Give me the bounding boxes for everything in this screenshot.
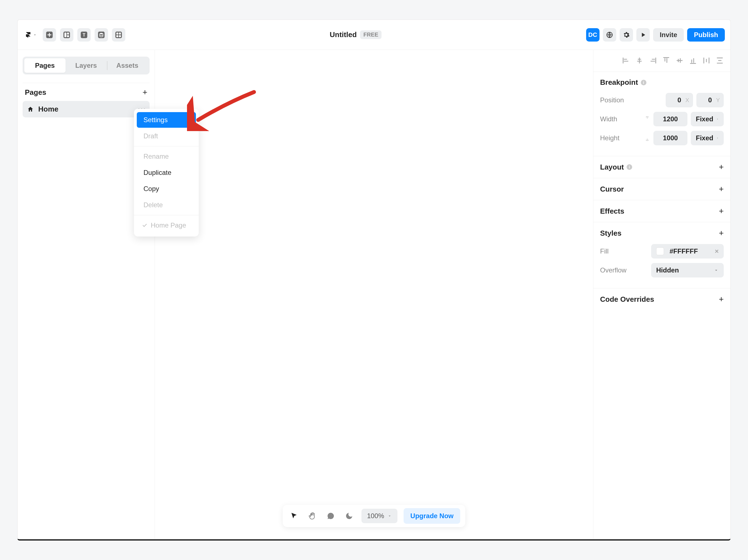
globe-button[interactable] <box>603 28 616 42</box>
ctx-copy[interactable]: Copy <box>137 181 196 197</box>
ctx-rename[interactable]: Rename <box>137 149 196 164</box>
user-avatar[interactable]: DC <box>586 28 600 42</box>
cms-tool-button[interactable] <box>95 28 108 42</box>
add-page-button[interactable]: + <box>142 88 147 97</box>
svg-text:T: T <box>83 32 86 37</box>
clear-fill-icon[interactable]: × <box>715 247 719 255</box>
width-mode-select[interactable]: Fixed <box>691 112 724 126</box>
chevron-down-icon <box>33 33 37 37</box>
code-overrides-title: Code Overrides <box>600 295 654 304</box>
dark-mode-button[interactable] <box>343 510 355 522</box>
comment-tool-button[interactable] <box>325 510 337 522</box>
components-tool-button[interactable] <box>112 28 125 42</box>
link-dimensions-icon[interactable] <box>645 135 650 141</box>
preview-button[interactable] <box>636 28 650 42</box>
ctx-delete[interactable]: Delete <box>137 197 196 213</box>
chevron-down-icon <box>716 117 719 122</box>
add-tool-button[interactable] <box>43 28 56 42</box>
align-center-h-icon[interactable] <box>635 57 643 65</box>
framer-menu-button[interactable] <box>23 28 39 42</box>
cursor-title: Cursor <box>600 185 624 194</box>
add-style-button[interactable]: + <box>719 228 724 238</box>
code-overrides-header: Code Overrides + <box>600 294 724 304</box>
align-right-icon[interactable] <box>649 57 657 65</box>
top-right-actions: DC Invite Publish <box>586 28 725 42</box>
layout-icon <box>63 31 71 39</box>
app-frame: T Untitled FREE DC Invite Pu <box>17 20 731 540</box>
align-top-icon[interactable] <box>662 57 670 65</box>
ctx-home-page[interactable]: Home Page <box>137 218 196 233</box>
position-x-input[interactable]: 0X <box>666 93 693 107</box>
cursor-header: Cursor + <box>600 184 724 194</box>
distribute-h-icon[interactable] <box>702 57 710 65</box>
add-cursor-button[interactable]: + <box>719 184 724 194</box>
add-effect-button[interactable]: + <box>719 206 724 216</box>
invite-button[interactable]: Invite <box>653 28 684 42</box>
info-icon[interactable]: i <box>627 164 632 170</box>
ctx-draft[interactable]: Draft <box>137 128 196 144</box>
ctx-settings[interactable]: Settings <box>137 112 196 128</box>
document-title[interactable]: Untitled <box>330 30 357 39</box>
svg-rect-4 <box>67 35 69 37</box>
position-y-input[interactable]: 0Y <box>696 93 724 107</box>
pages-section-title: Pages <box>25 88 46 97</box>
publish-button[interactable]: Publish <box>687 28 725 42</box>
settings-button[interactable] <box>620 28 633 42</box>
height-mode-select[interactable]: Fixed <box>691 131 724 145</box>
check-icon <box>142 223 147 228</box>
text-tool-button[interactable]: T <box>77 28 91 42</box>
height-input[interactable]: 1000 <box>653 131 687 145</box>
svg-rect-3 <box>67 32 69 34</box>
cursor-tool-button[interactable] <box>288 510 300 522</box>
hand-icon <box>308 512 317 520</box>
tab-layers[interactable]: Layers <box>66 58 107 73</box>
cursor-section: Cursor + <box>593 178 730 200</box>
width-input[interactable]: 1200 <box>653 112 687 126</box>
overflow-label: Overflow <box>600 266 636 274</box>
fill-input[interactable]: #FFFFFF × <box>651 244 724 259</box>
play-icon <box>639 31 647 39</box>
breakpoint-header: Breakpoint i <box>600 78 724 87</box>
database-icon <box>97 31 105 39</box>
position-label: Position <box>600 96 636 104</box>
layout-tool-button[interactable] <box>60 28 73 42</box>
plus-square-icon <box>46 31 53 39</box>
bottom-toolbar: 100% Upgrade Now <box>283 505 465 527</box>
align-center-v-icon[interactable] <box>676 57 683 65</box>
hand-tool-button[interactable] <box>306 510 319 522</box>
tab-pages[interactable]: Pages <box>24 58 66 73</box>
gear-icon <box>623 31 630 39</box>
width-label: Width <box>600 115 636 123</box>
grid-icon <box>115 31 122 39</box>
layout-title: Layout i <box>600 163 632 171</box>
align-bottom-icon[interactable] <box>689 57 697 65</box>
distribute-v-icon[interactable] <box>716 57 724 65</box>
position-row: Position 0X 0Y <box>600 93 724 107</box>
add-override-button[interactable]: + <box>719 294 724 304</box>
upgrade-button[interactable]: Upgrade Now <box>403 508 460 524</box>
align-left-icon[interactable] <box>622 57 630 65</box>
canvas[interactable] <box>155 50 593 539</box>
overflow-select[interactable]: Hidden <box>651 263 724 277</box>
framer-logo-icon <box>25 31 31 38</box>
code-overrides-section: Code Overrides + <box>593 288 730 310</box>
globe-icon <box>606 31 613 39</box>
zoom-control[interactable]: 100% <box>361 509 397 523</box>
chevron-down-icon <box>714 268 719 273</box>
styles-section: Styles + Fill #FFFFFF × Overflow <box>593 222 730 288</box>
page-item-home[interactable]: Home <box>23 101 149 117</box>
effects-section: Effects + <box>593 200 730 222</box>
pages-section-header: Pages + <box>23 83 149 101</box>
add-layout-button[interactable]: + <box>719 162 724 172</box>
effects-header: Effects + <box>600 206 724 216</box>
chevron-down-icon <box>716 136 719 141</box>
ctx-duplicate[interactable]: Duplicate <box>137 165 196 180</box>
cursor-icon <box>290 512 298 520</box>
right-panel: Breakpoint i Position 0X 0Y Width 1200 F… <box>593 50 730 539</box>
page-name-label: Home <box>38 105 134 114</box>
tab-assets[interactable]: Assets <box>107 58 148 73</box>
link-dimensions-icon[interactable] <box>645 116 650 122</box>
svg-rect-9 <box>115 31 122 38</box>
layout-section: Layout i + <box>593 156 730 178</box>
info-icon[interactable]: i <box>641 80 647 86</box>
